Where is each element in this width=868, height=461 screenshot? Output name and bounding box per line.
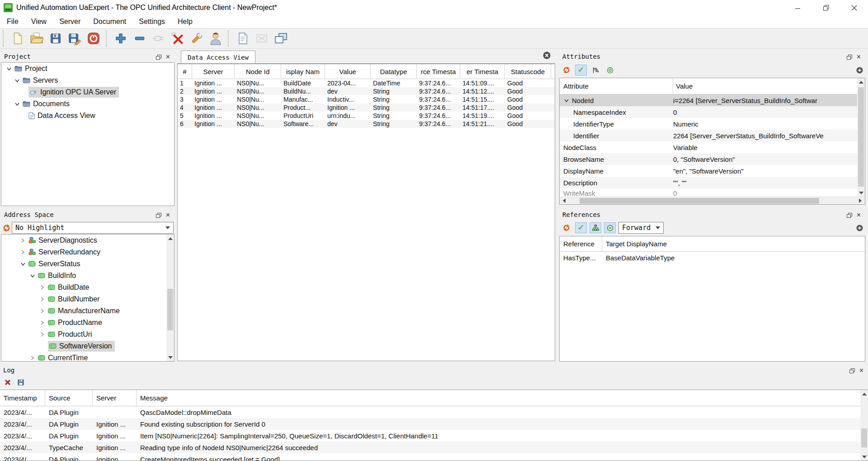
quit-button[interactable]: [84, 29, 103, 47]
menu-file[interactable]: File: [1, 17, 24, 27]
menu-settings[interactable]: Settings: [133, 17, 171, 27]
close-panel-icon[interactable]: ×: [859, 368, 863, 373]
tree-item-buildnumber[interactable]: BuildNumber: [1, 293, 174, 305]
hierarchy-toggle[interactable]: [590, 222, 601, 233]
chevron-right-icon[interactable]: [39, 320, 45, 325]
attr-row-browsename[interactable]: BrowseName 0, "SoftwareVersion": [560, 153, 865, 165]
table-row[interactable]: 3Ignition ...NS0|Nu...Manufac...Inductiv…: [178, 95, 555, 103]
table-row[interactable]: 2Ignition ...NS0|Nu...BuildNu...devStrin…: [178, 87, 555, 95]
tree-item-data-access-view[interactable]: Data Access View: [1, 110, 174, 122]
remove-server-button[interactable]: [130, 29, 149, 47]
log-row[interactable]: 2023/4/...TypeCacheIgnition ...Reading t…: [0, 442, 868, 453]
dav-col-value[interactable]: Value: [325, 64, 371, 79]
attr-row-description[interactable]: Description "", "": [560, 177, 865, 188]
col-target-displayname[interactable]: Target DisplayName: [602, 236, 865, 251]
close-panel-icon[interactable]: ×: [857, 55, 861, 59]
scroll-down-arrow[interactable]: [857, 189, 865, 197]
dav-col-source-timestamp[interactable]: rce Timesta: [417, 64, 460, 79]
chevron-down-icon[interactable]: [20, 262, 26, 266]
restore-button[interactable]: [812, 0, 840, 15]
attr-row-nodeid[interactable]: NodeId i=2264 [Server_ServerStatus_Build…: [560, 94, 865, 106]
chevron-down-icon[interactable]: [14, 79, 20, 83]
tree-item-documents[interactable]: Documents: [1, 98, 174, 110]
add-server-button[interactable]: [111, 29, 130, 47]
chevron-down-icon[interactable]: [14, 102, 20, 106]
chevron-down-icon[interactable]: [29, 274, 35, 278]
tree-item-serverstatus[interactable]: ServerStatus: [1, 258, 174, 270]
log-col-timestamp[interactable]: Timestamp: [0, 390, 45, 406]
chevron-right-icon[interactable]: [29, 355, 35, 361]
attr-row-writemask-partial[interactable]: WriteMask 0: [560, 188, 865, 198]
disconnect-server-button[interactable]: [168, 29, 187, 47]
tree-item-softwareversion[interactable]: SoftwareVersion: [1, 340, 174, 352]
dav-col-displayname[interactable]: isplay Nam: [281, 64, 325, 79]
tree-item-serverdiagnostics[interactable]: ServerDiagnostics: [1, 235, 174, 246]
chevron-right-icon[interactable]: [20, 238, 26, 243]
scroll-left-arrow[interactable]: [560, 197, 569, 205]
menu-help[interactable]: Help: [172, 17, 198, 27]
tree-item-producturi[interactable]: ProductUri: [1, 329, 174, 340]
attr-row-namespaceindex[interactable]: NamespaceIndex 0: [560, 106, 865, 118]
scroll-up-arrow[interactable]: [857, 78, 865, 86]
add-document-button[interactable]: [233, 29, 252, 47]
dav-col-server[interactable]: Server: [192, 64, 235, 79]
dav-col-statuscode[interactable]: Statuscode: [505, 64, 551, 79]
tree-item-buildinfo[interactable]: BuildInfo: [1, 270, 174, 282]
table-row[interactable]: 4Ignition ...NS0|Nu...Product...Ignition…: [178, 103, 555, 112]
refresh-icon[interactable]: [561, 222, 572, 233]
auto-update-toggle[interactable]: ✓: [575, 65, 587, 75]
refresh-icon[interactable]: [1, 222, 12, 233]
address-tree-scrollbar[interactable]: [166, 235, 174, 361]
chevron-right-icon[interactable]: [39, 285, 45, 290]
cascade-windows-button[interactable]: [271, 29, 290, 47]
tree-item-manufacturername[interactable]: ManufacturerName: [1, 305, 174, 317]
close-panel-icon[interactable]: ×: [857, 213, 861, 217]
tree-item-productname[interactable]: ProductName: [1, 317, 174, 329]
save-project-as-button[interactable]: [65, 29, 84, 47]
dav-col-index[interactable]: #: [178, 64, 192, 79]
tree-item-servers[interactable]: Servers: [1, 75, 174, 86]
col-attribute[interactable]: Attribute: [560, 78, 673, 94]
chevron-down-icon[interactable]: [6, 67, 12, 71]
scrollbar-thumb[interactable]: [858, 87, 864, 187]
tree-item-ignition-server[interactable]: Ignition OPC UA Server: [1, 86, 174, 98]
attr-row-identifiertype[interactable]: IdentifierType Numeric: [560, 118, 865, 130]
float-panel-icon[interactable]: [156, 213, 161, 218]
log-row[interactable]: 2023/4/...DA PluginIgnition ...Found exi…: [0, 418, 868, 430]
log-row[interactable]: 2023/4/...DA PluginIgnition ...Item [NS0…: [0, 430, 868, 442]
menu-document[interactable]: Document: [87, 17, 132, 27]
dav-col-nodeid[interactable]: Node Id: [235, 64, 281, 79]
col-reference[interactable]: Reference: [560, 236, 602, 251]
float-panel-icon[interactable]: [156, 55, 161, 60]
expand-tree-icon[interactable]: [590, 65, 601, 75]
chevron-right-icon[interactable]: [39, 332, 45, 337]
float-panel-icon[interactable]: [849, 368, 855, 373]
scroll-right-arrow[interactable]: [856, 197, 865, 205]
close-document-button[interactable]: [543, 52, 551, 61]
log-col-server[interactable]: Server: [93, 390, 137, 406]
attr-row-displayname[interactable]: DisplayName "en", "SoftwareVersion": [560, 165, 865, 177]
toolbar-handle[interactable]: [3, 30, 5, 47]
auto-update-toggle[interactable]: ✓: [575, 222, 587, 233]
add-reference-button[interactable]: [854, 222, 865, 233]
scroll-up-arrow[interactable]: [860, 390, 868, 398]
refresh-icon[interactable]: [561, 65, 572, 75]
tree-item-currenttime[interactable]: CurrentTime: [1, 352, 174, 362]
scrollbar-thumb[interactable]: [167, 289, 173, 330]
table-row[interactable]: 6Ignition ...NS0|Nu...Software...devStri…: [178, 120, 555, 128]
add-attribute-button[interactable]: [854, 65, 865, 75]
log-row[interactable]: 2023/4/...DA PluginIgnition ...CreateMon…: [0, 453, 868, 461]
minimize-button[interactable]: [784, 0, 812, 15]
direction-select[interactable]: Forward: [618, 222, 664, 234]
connect-server-button[interactable]: [149, 29, 168, 47]
chevron-right-icon[interactable]: [20, 249, 26, 255]
tree-item-serverredundancy[interactable]: ServerRedundancy: [1, 246, 174, 258]
chevron-right-icon[interactable]: [39, 308, 45, 314]
attributes-hscrollbar[interactable]: [560, 197, 865, 204]
remove-document-button[interactable]: [252, 29, 271, 47]
log-row[interactable]: 2023/4/...DA PluginQascDaModel::dropMime…: [0, 406, 868, 418]
scroll-down-arrow[interactable]: [860, 453, 868, 461]
chevron-down-icon[interactable]: [563, 99, 569, 103]
menu-server[interactable]: Server: [53, 17, 86, 27]
float-panel-icon[interactable]: [847, 213, 852, 218]
